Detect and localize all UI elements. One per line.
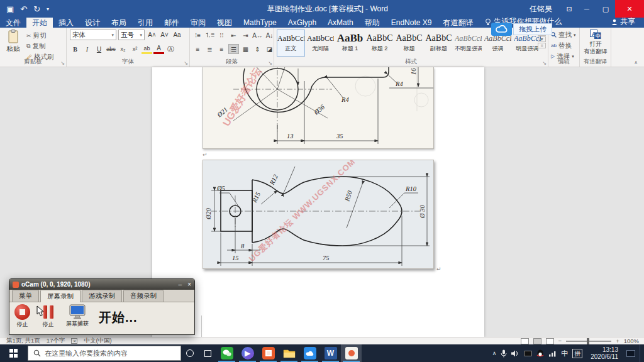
ime-pinyin-indicator[interactable]: 拼 <box>572 349 582 358</box>
close-button[interactable]: ✕ <box>615 0 644 18</box>
network-icon[interactable] <box>548 350 557 357</box>
style-no-spacing[interactable]: AaBbCcDd 无间隔 <box>306 30 335 57</box>
superscript-button[interactable]: x² <box>130 44 140 54</box>
maximize-button[interactable]: ▢ <box>596 0 615 18</box>
justify-icon[interactable]: ☰ <box>228 44 239 54</box>
minimize-button[interactable]: ─ <box>577 0 596 18</box>
font-size-combo[interactable]: 五号▾ <box>118 30 145 40</box>
asian-layout-icon[interactable]: A↔ <box>252 30 263 40</box>
taskbar-app-netdisk[interactable] <box>299 344 320 362</box>
zoom-out-button[interactable]: − <box>558 337 562 344</box>
ocam-minimize-button[interactable]: – <box>179 281 182 288</box>
cortana-icon[interactable] <box>181 344 199 362</box>
cloud-upload-icon[interactable] <box>491 23 512 36</box>
tab-mailings[interactable]: 邮件 <box>158 18 185 28</box>
italic-button[interactable]: I <box>82 44 92 54</box>
tab-insert[interactable]: 插入 <box>53 18 79 28</box>
multilevel-list-icon[interactable]: ⁝⁝ <box>216 30 227 40</box>
copy-button[interactable]: ⧉复制 <box>26 41 54 51</box>
tab-endnote[interactable]: EndNote X9 <box>386 18 438 28</box>
paste-button[interactable]: 粘贴 <box>3 30 24 53</box>
tab-axmath[interactable]: AxMath <box>322 18 359 28</box>
paragraph-dialog-launcher-icon[interactable]: ↘ <box>268 60 272 66</box>
tab-review[interactable]: 审阅 <box>185 18 211 28</box>
tab-home[interactable]: 开始 <box>26 18 53 28</box>
distribute-icon[interactable]: ▦ <box>240 44 251 54</box>
style-subtitle[interactable]: AaBbC 副标题 <box>425 30 453 57</box>
increase-indent-icon[interactable]: ⇥ <box>240 30 251 40</box>
styles-dialog-launcher-icon[interactable]: ↘ <box>542 60 547 66</box>
taskbar-app-file-explorer[interactable] <box>279 344 299 362</box>
bullets-icon[interactable]: ⁝≡ <box>192 30 203 40</box>
ocam-tab-screen-record[interactable]: 屏幕录制 <box>40 290 80 302</box>
tab-youdao[interactable]: 有道翻译 <box>437 18 479 28</box>
numbering-icon[interactable]: ⒈≡ <box>204 30 215 40</box>
bold-button[interactable]: B <box>70 44 80 54</box>
ime-mode-indicator[interactable]: 中 <box>561 349 568 358</box>
tab-layout[interactable]: 布局 <box>106 18 132 28</box>
ocam-tab-menu[interactable]: 菜单 <box>12 290 39 302</box>
ocam-stop-button[interactable]: 停止 <box>14 304 30 329</box>
web-layout-icon[interactable] <box>546 338 554 344</box>
sort-icon[interactable]: A↓ <box>264 30 275 40</box>
redo-icon[interactable]: ↻ <box>33 4 40 14</box>
zoom-in-button[interactable]: + <box>616 337 619 344</box>
styles-more-icon[interactable]: ≡ <box>538 43 546 48</box>
drag-upload-chip[interactable]: 拖拽上传 <box>491 23 552 36</box>
tab-file[interactable]: 文件 <box>0 18 26 28</box>
tab-view[interactable]: 视图 <box>211 18 238 28</box>
show-desktop-button[interactable] <box>640 344 643 362</box>
ocam-titlebar[interactable]: oCam (0, 0, 1920, 1080) – × <box>9 279 194 290</box>
style-title[interactable]: AaBbC 标题 <box>395 30 423 57</box>
task-view-icon[interactable] <box>199 344 216 362</box>
speaker-icon[interactable] <box>511 350 519 357</box>
style-subtle-emphasis[interactable]: AaBbCcDd 不明显强调 <box>454 30 482 57</box>
tray-expand-icon[interactable]: ∧ <box>492 350 497 356</box>
taskbar-clock[interactable]: 13:13 2020/6/11 <box>587 346 622 360</box>
tab-help[interactable]: 帮助 <box>359 18 386 28</box>
find-button[interactable]: 查找▾ <box>551 30 576 40</box>
replace-button[interactable]: ab替换 <box>551 41 576 50</box>
style-heading2[interactable]: AaBbC 标题 2 <box>365 30 394 57</box>
start-button[interactable] <box>0 344 28 362</box>
open-youdao-button[interactable]: A中 打开 有道翻译 <box>582 30 609 55</box>
zoom-slider-thumb[interactable] <box>587 338 589 344</box>
print-layout-icon[interactable] <box>533 338 541 344</box>
read-mode-icon[interactable] <box>521 338 529 344</box>
zoom-level[interactable]: 100% <box>624 337 639 344</box>
ocam-capture-button[interactable]: 屏幕捕获 <box>66 304 89 328</box>
proofing-icon[interactable]: ✕ <box>71 338 77 344</box>
share-button[interactable]: 共享 <box>611 16 644 28</box>
undo-icon[interactable]: ↶ <box>20 4 27 14</box>
zoom-slider[interactable] <box>566 341 611 342</box>
highlight-color-button[interactable]: ab <box>142 44 152 54</box>
engineering-drawing-1[interactable]: Ø21 Ø36 R4 R4 13 35 16 UG爱好者论坛 <box>203 67 434 149</box>
tab-design[interactable]: 设计 <box>79 18 106 28</box>
device-tray-icon[interactable] <box>524 351 532 356</box>
save-icon[interactable]: ▣ <box>6 4 14 14</box>
document-page[interactable]: Ø21 Ø36 R4 R4 13 35 16 UG爱好者论坛 ↵ <box>152 67 484 337</box>
tab-mathtype[interactable]: MathType <box>238 18 282 28</box>
subscript-button[interactable]: x₂ <box>118 44 128 54</box>
clipboard-dialog-launcher-icon[interactable]: ↘ <box>60 60 65 66</box>
taskbar-app-reader[interactable] <box>258 344 279 362</box>
ocam-tab-game-record[interactable]: 游戏录制 <box>82 290 122 302</box>
strikethrough-button[interactable]: abc <box>106 44 116 54</box>
taskbar-search-box[interactable]: 在这里输入你要搜索的内容 <box>28 346 181 361</box>
change-case-icon[interactable]: Aa <box>172 30 182 40</box>
grow-font-icon[interactable]: A˄ <box>147 30 157 40</box>
underline-button[interactable]: U <box>94 44 104 54</box>
qat-customize-icon[interactable]: ▾ <box>47 6 49 12</box>
align-center-icon[interactable]: ≣ <box>204 44 215 54</box>
align-left-icon[interactable]: ≡ <box>192 44 203 54</box>
tab-axglyph[interactable]: AxGlyph <box>282 18 322 28</box>
cut-button[interactable]: ✂剪切 <box>26 31 54 40</box>
action-center-icon[interactable] <box>626 350 635 357</box>
qq-icon[interactable] <box>536 349 544 358</box>
shading-icon[interactable]: ◪ <box>264 44 275 54</box>
taskbar-app-wechat[interactable] <box>216 344 237 362</box>
ocam-tab-audio-record[interactable]: 音频录制 <box>123 290 164 302</box>
microphone-icon[interactable] <box>501 349 507 358</box>
character-border-icon[interactable]: Ⓐ <box>165 44 176 54</box>
decrease-indent-icon[interactable]: ⇤ <box>228 30 239 40</box>
